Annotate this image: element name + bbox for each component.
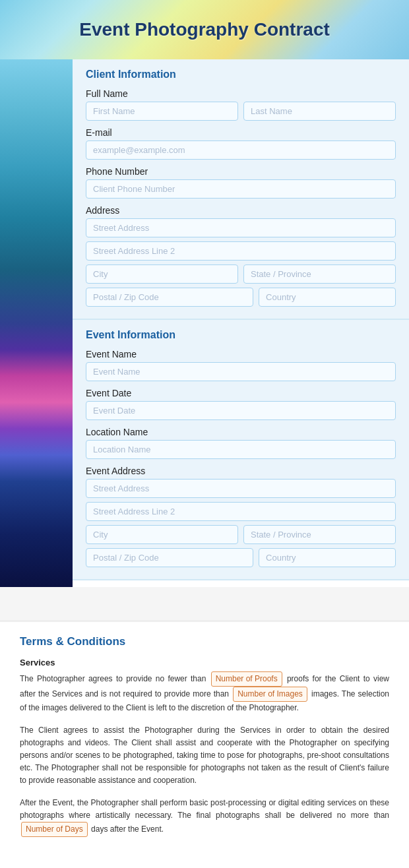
event-state-input[interactable] bbox=[243, 525, 396, 544]
client-city-input[interactable] bbox=[86, 264, 238, 284]
last-name-input[interactable] bbox=[243, 102, 396, 121]
page-header: Event Photography Contract bbox=[0, 0, 409, 59]
event-date-input[interactable] bbox=[86, 401, 396, 420]
services-text-1: The Photographer agrees to provide no fe… bbox=[20, 674, 206, 683]
full-name-row bbox=[86, 102, 396, 121]
address-label: Address bbox=[86, 205, 396, 216]
assist-text-block: The Client agrees to assist the Photogra… bbox=[20, 724, 389, 788]
event-date-label: Event Date bbox=[86, 388, 396, 398]
delivery-text-2: days after the Event. bbox=[91, 824, 164, 834]
side-art-panel bbox=[0, 59, 73, 587]
event-street2-input[interactable] bbox=[86, 502, 396, 521]
page-body: Client Information Full Name E-mail Phon… bbox=[0, 59, 409, 587]
email-input[interactable] bbox=[86, 140, 396, 160]
phone-input[interactable] bbox=[86, 179, 396, 199]
number-of-days-field[interactable]: Number of Days bbox=[21, 822, 88, 837]
services-subtitle: Services bbox=[20, 658, 389, 667]
location-name-input[interactable] bbox=[86, 440, 396, 459]
terms-section: Terms & Conditions Services The Photogra… bbox=[0, 620, 409, 859]
delivery-text-1: After the Event, the Photographer shall … bbox=[20, 798, 389, 820]
first-name-input[interactable] bbox=[86, 102, 238, 121]
number-of-images-field[interactable]: Number of Images bbox=[233, 687, 307, 702]
gap-spacer bbox=[0, 587, 409, 620]
client-street-input[interactable] bbox=[86, 218, 396, 237]
client-city-state-row bbox=[86, 264, 396, 284]
client-country-input[interactable] bbox=[259, 288, 396, 307]
event-name-label: Event Name bbox=[86, 349, 396, 359]
client-info-title: Client Information bbox=[86, 69, 396, 80]
client-info-section: Client Information Full Name E-mail Phon… bbox=[73, 59, 409, 320]
event-address-label: Event Address bbox=[86, 466, 396, 476]
event-country-input[interactable] bbox=[259, 548, 396, 567]
event-postal-input[interactable] bbox=[86, 548, 253, 567]
form-area: Client Information Full Name E-mail Phon… bbox=[73, 59, 409, 587]
event-city-input[interactable] bbox=[86, 525, 238, 544]
phone-label: Phone Number bbox=[86, 166, 396, 177]
client-state-input[interactable] bbox=[243, 264, 396, 284]
event-name-input[interactable] bbox=[86, 362, 396, 381]
page-title: Event Photography Contract bbox=[79, 19, 330, 40]
client-postal-country-row bbox=[86, 288, 396, 307]
event-info-section: Event Information Event Name Event Date … bbox=[73, 320, 409, 580]
client-street2-input[interactable] bbox=[86, 241, 396, 261]
client-postal-input[interactable] bbox=[86, 288, 253, 307]
number-of-proofs-field[interactable]: Number of Proofs bbox=[211, 671, 282, 687]
event-city-state-row bbox=[86, 525, 396, 544]
event-info-title: Event Information bbox=[86, 329, 396, 341]
services-text-block: The Photographer agrees to provide no fe… bbox=[20, 671, 389, 715]
terms-title: Terms & Conditions bbox=[20, 635, 389, 648]
email-label: E-mail bbox=[86, 127, 396, 138]
full-name-label: Full Name bbox=[86, 88, 396, 99]
event-postal-country-row bbox=[86, 548, 396, 567]
location-name-label: Location Name bbox=[86, 427, 396, 437]
delivery-text-block: After the Event, the Photographer shall … bbox=[20, 797, 389, 838]
event-street-input[interactable] bbox=[86, 479, 396, 498]
